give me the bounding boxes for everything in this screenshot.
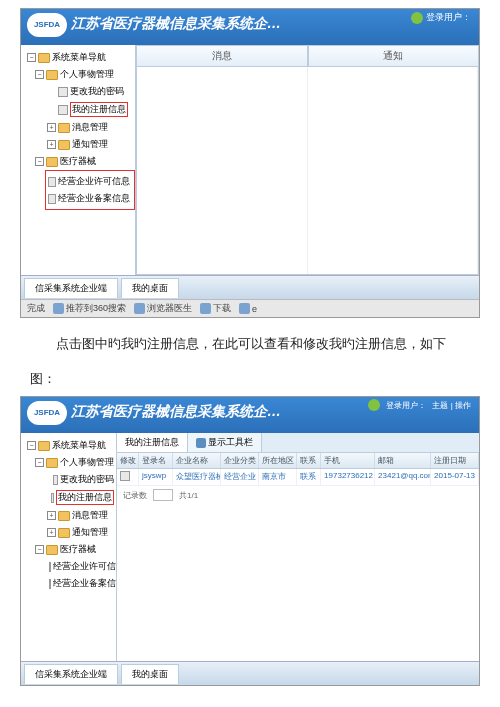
status-e[interactable]: e <box>239 303 257 314</box>
cell-area: 南京市 <box>259 469 297 485</box>
screenshot-2: JSFDA 江苏省医疗器械信息采集系统企… 登录用户： 主题 | 操作 −系统菜… <box>20 396 480 686</box>
bottom-tab-desktop[interactable]: 我的桌面 <box>121 664 179 684</box>
cell-type: 经营企业 <box>221 469 259 485</box>
main-panel: 我的注册信息 显示工具栏 修改 登录名 企业名称 企业分类 所在地区 联系 手机… <box>117 433 479 661</box>
col-login[interactable]: 登录名 <box>139 453 173 468</box>
cell-regdate: 2015-07-13 <box>431 469 479 485</box>
status-doctor[interactable]: 浏览器医生 <box>134 302 192 315</box>
col-area[interactable]: 所在地区 <box>259 453 297 468</box>
nav-tree: −系统菜单导航 −个人事物管理 更改我的密码 我的注册信息 +消息管理 +通知管… <box>21 45 136 293</box>
col-company[interactable]: 企业名称 <box>173 453 221 468</box>
tree-root[interactable]: −系统菜单导航 <box>21 49 135 66</box>
edit-icon[interactable] <box>120 471 130 481</box>
tree-notice-mgmt[interactable]: +通知管理 <box>21 524 116 541</box>
tree-change-pwd[interactable]: 更改我的密码 <box>21 471 116 488</box>
tab-messages[interactable]: 消息 <box>136 45 308 67</box>
data-grid: 修改 登录名 企业名称 企业分类 所在地区 联系 手机 邮箱 注册日期 jsys… <box>117 453 479 504</box>
tree-medical[interactable]: −医疗器械 <box>21 153 135 170</box>
search-icon <box>53 303 64 314</box>
tree-medical[interactable]: −医疗器械 <box>21 541 116 558</box>
app-title: 江苏省医疗器械信息采集系统企… <box>71 15 281 33</box>
folder-icon <box>46 458 58 468</box>
download-icon <box>200 303 211 314</box>
tree-personal[interactable]: −个人事物管理 <box>21 66 135 83</box>
logo-badge: JSFDA <box>27 401 67 425</box>
collapse-icon[interactable]: − <box>35 70 44 79</box>
tree-record-info[interactable]: 经营企业备案信息 <box>21 575 116 592</box>
col-email[interactable]: 邮箱 <box>375 453 431 468</box>
doctor-icon <box>134 303 145 314</box>
folder-icon <box>58 140 70 150</box>
pager-input[interactable] <box>153 489 173 501</box>
tree-msg-mgmt[interactable]: +消息管理 <box>21 507 116 524</box>
body-area: −系统菜单导航 −个人事物管理 更改我的密码 我的注册信息 +消息管理 +通知管… <box>21 433 479 661</box>
leaf-icon <box>58 87 68 97</box>
body-area: −系统菜单导航 −个人事物管理 更改我的密码 我的注册信息 +消息管理 +通知管… <box>21 45 479 293</box>
cell-edit[interactable] <box>117 469 139 485</box>
status-360[interactable]: 推荐到360搜索 <box>53 302 126 315</box>
content-tabs: 我的注册信息 显示工具栏 <box>117 433 479 453</box>
col-regdate[interactable]: 注册日期 <box>431 453 479 468</box>
expand-icon[interactable]: + <box>47 140 56 149</box>
col-phone[interactable]: 手机 <box>321 453 375 468</box>
cell-contact: 联系 <box>297 469 321 485</box>
pager-pages: 共1/1 <box>179 490 198 501</box>
leaf-icon <box>51 493 54 503</box>
leaf-icon <box>48 177 56 187</box>
app-header: JSFDA 江苏省医疗器械信息采集系统企… 登录用户： <box>21 9 479 45</box>
tree-license-info[interactable]: 经营企业许可信息 <box>48 173 132 190</box>
folder-icon <box>38 53 50 63</box>
highlight-box: 我的注册信息 <box>56 490 114 505</box>
collapse-icon[interactable]: − <box>27 53 36 62</box>
collapse-icon[interactable]: − <box>35 545 44 554</box>
expand-icon[interactable]: + <box>47 123 56 132</box>
tree-my-reg[interactable]: 我的注册信息 <box>21 100 135 119</box>
col-contact[interactable]: 联系 <box>297 453 321 468</box>
bottom-tabs: 信采集系统企业端 我的桌面 <box>21 275 479 299</box>
tree-notice-mgmt[interactable]: +通知管理 <box>21 136 135 153</box>
status-download[interactable]: 下载 <box>200 302 231 315</box>
screenshot-1: JSFDA 江苏省医疗器械信息采集系统企… 登录用户： −系统菜单导航 −个人事… <box>20 8 480 318</box>
collapse-icon[interactable]: − <box>35 157 44 166</box>
bottom-tab-system[interactable]: 信采集系统企业端 <box>24 278 118 298</box>
folder-icon <box>58 528 70 538</box>
status-bar: 完成 推荐到360搜索 浏览器医生 下载 e <box>21 299 479 317</box>
msg-body <box>136 67 479 275</box>
msg-tabs: 消息 通知 <box>136 45 479 67</box>
tab-notices[interactable]: 通知 <box>308 45 480 67</box>
table-row[interactable]: jsyswp 众望医疗器械 经营企业 南京市 联系 19732736212 23… <box>117 469 479 486</box>
tree-msg-mgmt[interactable]: +消息管理 <box>21 119 135 136</box>
leaf-icon <box>48 194 56 204</box>
user-extra[interactable]: 主题 | 操作 <box>432 400 471 411</box>
tree-change-pwd[interactable]: 更改我的密码 <box>21 83 135 100</box>
tree-my-reg[interactable]: 我的注册信息 <box>21 488 116 507</box>
pager-label: 记录数 <box>123 490 147 501</box>
folder-icon <box>46 70 58 80</box>
leaf-icon <box>53 475 58 485</box>
tree-record-info[interactable]: 经营企业备案信息 <box>48 190 132 207</box>
bottom-tab-system[interactable]: 信采集系统企业端 <box>24 664 118 684</box>
bottom-tab-desktop[interactable]: 我的桌面 <box>121 278 179 298</box>
msg-col-right <box>308 67 479 274</box>
folder-icon <box>58 123 70 133</box>
user-icon <box>411 12 423 24</box>
grid-header: 修改 登录名 企业名称 企业分类 所在地区 联系 手机 邮箱 注册日期 <box>117 453 479 469</box>
col-type[interactable]: 企业分类 <box>221 453 259 468</box>
cell-email: 23421@qq.com <box>375 469 431 485</box>
expand-icon[interactable]: + <box>47 511 56 520</box>
tree-root[interactable]: −系统菜单导航 <box>21 437 116 454</box>
user-area: 登录用户： <box>411 11 471 24</box>
tool-icon <box>196 438 206 448</box>
user-area: 登录用户： 主题 | 操作 <box>368 399 471 411</box>
col-edit[interactable]: 修改 <box>117 453 139 468</box>
expand-icon[interactable]: + <box>47 528 56 537</box>
collapse-icon[interactable]: − <box>27 441 36 450</box>
tab-reg-info[interactable]: 我的注册信息 <box>117 433 188 452</box>
collapse-icon[interactable]: − <box>35 458 44 467</box>
status-done: 完成 <box>27 302 45 315</box>
tree-license-info[interactable]: 经营企业许可信息 <box>21 558 116 575</box>
leaf-icon <box>58 105 68 115</box>
highlight-box: 我的注册信息 <box>70 102 128 117</box>
tree-personal[interactable]: −个人事物管理 <box>21 454 116 471</box>
tab-toolbar-toggle[interactable]: 显示工具栏 <box>188 433 262 452</box>
